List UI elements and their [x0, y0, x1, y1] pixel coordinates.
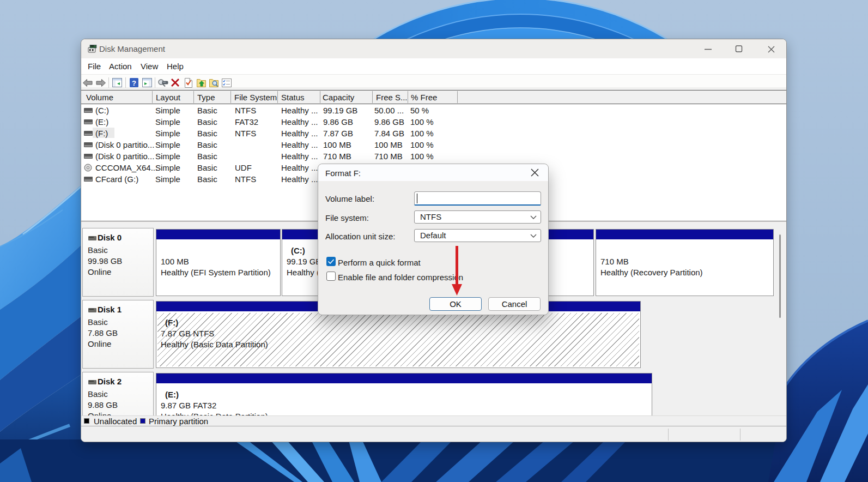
- svg-text:?: ?: [132, 79, 136, 87]
